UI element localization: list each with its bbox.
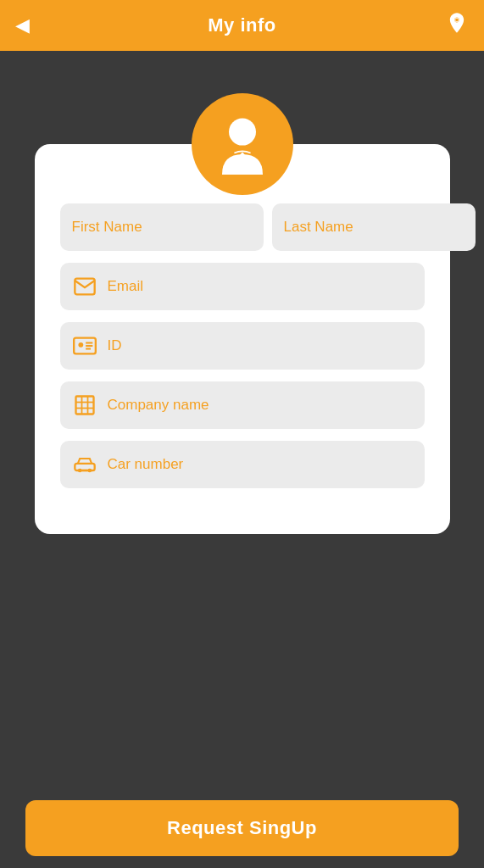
id-icon [72, 334, 97, 358]
header: ◀ My info [0, 0, 484, 51]
svg-point-5 [78, 342, 83, 348]
email-input[interactable] [108, 278, 413, 295]
back-button[interactable]: ◀ [15, 16, 30, 35]
footer: Request SingUp [0, 788, 484, 868]
svg-point-1 [229, 119, 256, 146]
svg-rect-14 [75, 464, 94, 470]
first-name-input[interactable] [60, 203, 264, 251]
company-input[interactable] [108, 397, 413, 414]
company-row [60, 381, 425, 429]
id-input[interactable] [108, 337, 413, 354]
signup-button[interactable]: Request SingUp [25, 800, 459, 856]
last-name-input[interactable] [272, 203, 476, 251]
form-card [35, 144, 450, 534]
car-number-input[interactable] [108, 456, 413, 473]
name-row [60, 203, 425, 251]
email-icon [72, 275, 97, 298]
page-title: My info [208, 14, 276, 36]
email-row [60, 263, 425, 310]
avatar [192, 93, 293, 195]
car-icon [72, 453, 97, 476]
svg-rect-9 [75, 397, 93, 415]
building-icon [72, 393, 97, 417]
id-row [60, 322, 425, 370]
svg-point-16 [87, 469, 92, 473]
svg-point-15 [77, 469, 81, 473]
svg-point-0 [455, 18, 459, 22]
location-icon[interactable] [445, 11, 469, 40]
content-area [0, 51, 484, 788]
car-row [60, 441, 425, 488]
